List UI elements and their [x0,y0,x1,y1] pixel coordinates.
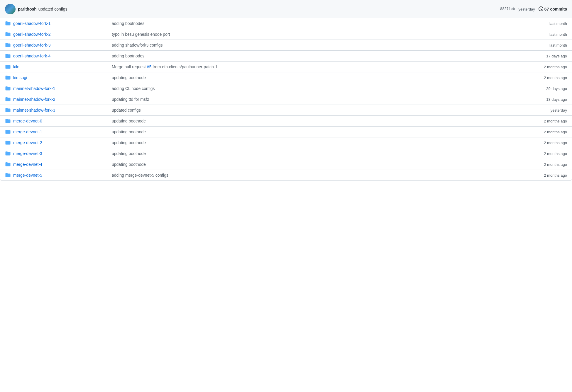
file-name[interactable]: mainnet-shadow-fork-2 [13,97,107,102]
file-name[interactable]: goerli-shadow-fork-2 [13,32,107,37]
file-time: 2 months ago [514,119,567,123]
folder-icon [5,86,13,91]
table-row: merge-devnet-5adding merge-devnet-5 conf… [0,170,572,180]
clock-icon [539,6,543,12]
file-commit-message: adding merge-devnet-5 configs [107,173,514,178]
commit-info: parithosh updated configs [18,7,498,11]
file-time: 2 months ago [514,162,567,167]
file-time: 2 months ago [514,76,567,80]
commits-count: 67 [544,7,549,11]
folder-icon [5,21,13,26]
file-name[interactable]: merge-devnet-5 [13,173,107,178]
file-commit-message: adding bootnodes [107,21,514,26]
file-time: yesterday [514,108,567,113]
file-time: last month [514,32,567,37]
commits-label: commits [550,7,567,11]
file-time: 29 days ago [514,86,567,91]
file-time: 17 days ago [514,54,567,58]
table-row: goerli-shadow-fork-2typo in besu genesis… [0,29,572,40]
file-commit-message: updated configs [107,108,514,113]
commit-message: updated configs [38,7,67,11]
commits-link[interactable]: 67 commits [539,6,567,12]
table-row: goerli-shadow-fork-3adding shadowfork3 c… [0,40,572,51]
table-row: mainnet-shadow-fork-1adding CL node conf… [0,83,572,94]
folder-icon [5,161,13,167]
file-commit-message: Merge pull request #5 from eth-clients/p… [107,64,514,69]
file-list: goerli-shadow-fork-1adding bootnodeslast… [0,18,572,180]
commit-time: yesterday [518,7,535,11]
file-commit-message: updating bootnode [107,129,514,134]
table-row: mainnet-shadow-fork-2updating ttd for ms… [0,94,572,105]
commit-link[interactable]: #5 [147,64,152,69]
file-commit-message: updating bootnode [107,140,514,145]
file-commit-message: typo in besu genesis enode port [107,32,514,37]
file-name[interactable]: mainnet-shadow-fork-1 [13,86,107,91]
avatar[interactable] [5,4,16,14]
file-name[interactable]: kintsugi [13,75,107,80]
commit-header: parithosh updated configs 88271eb yester… [0,0,572,18]
file-time: 2 months ago [514,151,567,156]
file-commit-message: updating bootnode [107,75,514,80]
file-time: 2 months ago [514,141,567,145]
folder-icon [5,42,13,48]
file-commit-message: updating bootnode [107,119,514,123]
file-time: 13 days ago [514,97,567,102]
table-row: merge-devnet-0updating bootnode2 months … [0,116,572,127]
file-commit-message: updating ttd for msf2 [107,97,514,102]
table-row: merge-devnet-4updating bootnode2 months … [0,159,572,170]
commit-hash[interactable]: 88271eb [500,7,515,11]
table-row: goerli-shadow-fork-1adding bootnodeslast… [0,18,572,29]
file-name[interactable]: merge-devnet-0 [13,119,107,123]
folder-icon [5,75,13,81]
file-name[interactable]: goerli-shadow-fork-3 [13,43,107,47]
table-row: merge-devnet-2updating bootnode2 months … [0,137,572,148]
table-row: mainnet-shadow-fork-3updated configsyest… [0,105,572,116]
folder-icon [5,96,13,102]
file-commit-message: adding shadowfork3 configs [107,43,514,47]
folder-icon [5,53,13,59]
folder-icon [5,64,13,70]
commit-author[interactable]: parithosh [18,7,37,11]
folder-icon [5,107,13,113]
file-name[interactable]: goerli-shadow-fork-1 [13,21,107,26]
file-name[interactable]: merge-devnet-3 [13,151,107,156]
folder-icon [5,118,13,124]
file-commit-message: adding bootnodes [107,54,514,58]
table-row: merge-devnet-3updating bootnode2 months … [0,148,572,159]
file-name[interactable]: merge-devnet-4 [13,162,107,167]
folder-icon [5,140,13,146]
table-row: goerli-shadow-fork-4adding bootnodes17 d… [0,51,572,62]
file-time: last month [514,43,567,47]
file-commit-message: updating bootnode [107,162,514,167]
file-time: 2 months ago [514,173,567,178]
table-row: kilnMerge pull request #5 from eth-clien… [0,62,572,72]
file-time: 2 months ago [514,130,567,134]
file-name[interactable]: kiln [13,64,107,69]
folder-icon [5,151,13,156]
file-time: 2 months ago [514,65,567,69]
file-name[interactable]: goerli-shadow-fork-4 [13,54,107,58]
folder-icon [5,172,13,178]
file-commit-message: adding CL node configs [107,86,514,91]
folder-icon [5,31,13,37]
table-row: kintsugiupdating bootnode2 months ago [0,72,572,83]
commit-meta: 88271eb yesterday 67 commits [500,6,567,12]
folder-icon [5,129,13,135]
table-row: merge-devnet-1updating bootnode2 months … [0,127,572,137]
file-name[interactable]: mainnet-shadow-fork-3 [13,108,107,113]
file-name[interactable]: merge-devnet-1 [13,129,107,134]
file-commit-message: updating bootnode [107,151,514,156]
file-name[interactable]: merge-devnet-2 [13,140,107,145]
file-time: last month [514,21,567,26]
